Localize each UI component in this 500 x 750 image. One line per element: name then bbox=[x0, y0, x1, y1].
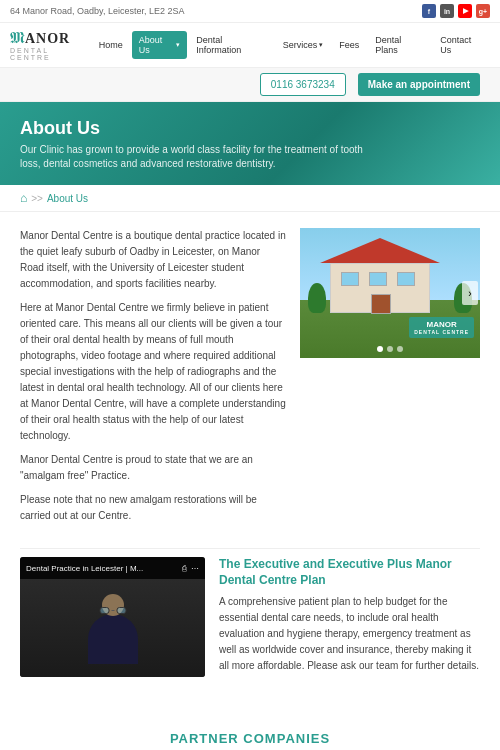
video-controls: ⎙ ⋯ bbox=[182, 564, 199, 573]
content-para-4: Please note that no new amalgam restorat… bbox=[20, 492, 286, 524]
content-para-2: Here at Manor Dental Centre we firmly be… bbox=[20, 300, 286, 444]
hero-section: About Us Our Clinic has grown to provide… bbox=[0, 102, 500, 185]
video-bar: Dental Practice in Leicester | M... ⎙ ⋯ bbox=[20, 557, 205, 579]
breadcrumb: ⌂ >> About Us bbox=[0, 185, 500, 212]
address-text: 64 Manor Road, Oadby, Leicester, LE2 2SA bbox=[10, 6, 184, 16]
nav-links: Home About Us ▾ Dental Information Servi… bbox=[92, 31, 490, 59]
appointment-button[interactable]: Make an appointment bbox=[358, 73, 480, 96]
video-description: A comprehensive patient plan to help bud… bbox=[219, 594, 480, 674]
social-icons: f in ▶ g+ bbox=[422, 4, 490, 18]
person-silhouette bbox=[88, 592, 138, 664]
partner-title: PARTNER COMPANIES bbox=[20, 731, 480, 746]
breadcrumb-separator: >> bbox=[31, 193, 43, 204]
nav-services[interactable]: Services ▾ bbox=[276, 36, 331, 54]
logo-text: ANOR bbox=[25, 31, 70, 47]
video-person-area bbox=[20, 579, 205, 677]
video-info: The Executive and Executive Plus Manor D… bbox=[219, 557, 480, 674]
content-para-1: Manor Dental Centre is a boutique dental… bbox=[20, 228, 286, 292]
top-bar: 64 Manor Road, Oadby, Leicester, LE2 2SA… bbox=[0, 0, 500, 23]
video-title: The Executive and Executive Plus Manor D… bbox=[219, 557, 480, 588]
partner-section: PARTNER COMPANIES 〜〜 SIX MONTH SMILES CO… bbox=[0, 715, 500, 750]
spacer bbox=[0, 695, 500, 715]
video-thumbnail[interactable]: Dental Practice in Leicester | M... ⎙ ⋯ bbox=[20, 557, 205, 677]
facebook-icon[interactable]: f bbox=[422, 4, 436, 18]
twitter-icon[interactable]: in bbox=[440, 4, 454, 18]
video-section: Dental Practice in Leicester | M... ⎙ ⋯ bbox=[0, 549, 500, 695]
top-bar-right: f in ▶ g+ bbox=[422, 4, 490, 18]
breadcrumb-home-icon[interactable]: ⌂ bbox=[20, 191, 27, 205]
content-left: Manor Dental Centre is a boutique dental… bbox=[20, 228, 286, 532]
hero-subtitle: Our Clinic has grown to provide a world … bbox=[20, 143, 370, 171]
video-share-icon[interactable]: ⎙ bbox=[182, 564, 187, 573]
logo-subtext: DENTAL CENTRE bbox=[10, 47, 92, 61]
logo[interactable]: 𝕸 ANOR DENTAL CENTRE bbox=[10, 29, 92, 61]
nav-bar: 𝕸 ANOR DENTAL CENTRE Home About Us ▾ Den… bbox=[0, 23, 500, 68]
nav-contact[interactable]: Contact Us bbox=[433, 31, 490, 59]
building-logo-overlay: MANOR DENTAL CENTRE bbox=[409, 317, 474, 338]
carousel-next-button[interactable]: › bbox=[462, 281, 478, 305]
content-para-3: Manor Dental Centre is proud to state th… bbox=[20, 452, 286, 484]
content-right: MANOR DENTAL CENTRE › bbox=[300, 228, 480, 532]
nav-fees[interactable]: Fees bbox=[332, 36, 366, 54]
video-menu-icon[interactable]: ⋯ bbox=[191, 564, 199, 573]
phone-button[interactable]: 0116 3673234 bbox=[260, 73, 346, 96]
video-container: Dental Practice in Leicester | M... ⎙ ⋯ bbox=[20, 557, 480, 677]
carousel-dots bbox=[377, 346, 403, 352]
nav-about[interactable]: About Us ▾ bbox=[132, 31, 187, 59]
action-bar: 0116 3673234 Make an appointment bbox=[0, 68, 500, 102]
main-content: Manor Dental Centre is a boutique dental… bbox=[0, 212, 500, 548]
hero-title: About Us bbox=[20, 118, 480, 139]
youtube-icon[interactable]: ▶ bbox=[458, 4, 472, 18]
googleplus-icon[interactable]: g+ bbox=[476, 4, 490, 18]
building-image: MANOR DENTAL CENTRE › bbox=[300, 228, 480, 358]
nav-home[interactable]: Home bbox=[92, 36, 130, 54]
person-body bbox=[88, 614, 138, 664]
nav-dental-info[interactable]: Dental Information bbox=[189, 31, 274, 59]
logo-crown: 𝕸 bbox=[10, 29, 25, 47]
breadcrumb-current: About Us bbox=[47, 193, 88, 204]
video-bar-title: Dental Practice in Leicester | M... bbox=[26, 564, 176, 573]
nav-dental-plans[interactable]: Dental Plans bbox=[368, 31, 431, 59]
